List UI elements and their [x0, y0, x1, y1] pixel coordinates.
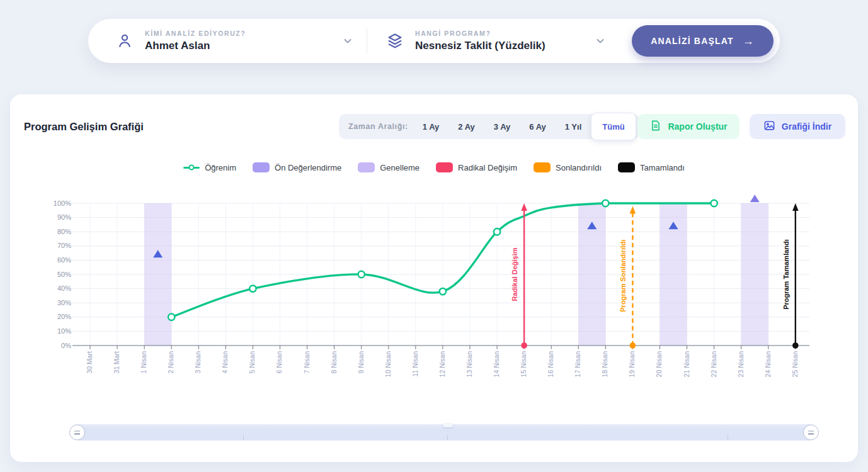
legend-item-label: Sonlandırıldı — [556, 163, 602, 172]
x-axis-label: 18 Nisan — [601, 351, 608, 378]
program-selector[interactable]: HANGİ PROGRAM? Nesnesiz Taklit (Yüzdelik… — [367, 19, 619, 63]
download-chart-button[interactable]: Grafiği İndir — [750, 114, 845, 139]
report-document-icon — [649, 120, 661, 133]
time-range-group: Zaman Aralığı: 1 Ay2 Ay3 Ay6 Ay1 YılTümü — [339, 114, 639, 139]
legend-item-label: Ön Değerlendirme — [275, 163, 341, 172]
image-icon — [763, 120, 775, 133]
x-axis-label: 11 Nisan — [411, 351, 419, 377]
x-axis-label: 31 Mart — [113, 351, 120, 374]
y-axis-label: 80% — [57, 228, 71, 235]
x-axis-label: 22 Nisan — [710, 351, 717, 378]
legend-item[interactable]: Genelleme — [358, 162, 420, 172]
legend-swatch-icon — [436, 162, 453, 172]
time-range-option-1-ay[interactable]: 1 Ay — [413, 114, 449, 139]
time-range-option-tümü[interactable]: Tümü — [591, 113, 636, 140]
legend-item-label: Tamamlandı — [640, 163, 685, 172]
legend-item-label: Öğrenim — [205, 163, 236, 172]
x-axis-label: 20 Nisan — [655, 351, 663, 378]
x-axis-label: 7 Nisan — [303, 351, 311, 374]
arrow-right-icon: → — [743, 35, 755, 48]
person-icon — [116, 32, 134, 50]
x-axis-label: 24 Nisan — [764, 351, 772, 378]
legend-item[interactable]: Radikal Değişim — [436, 162, 517, 172]
x-axis-label: 10 Nisan — [384, 351, 392, 378]
x-axis-label: 1 Nisan — [140, 351, 147, 374]
growth-chart-card: Program Gelişim Grafiği Zaman Aralığı: 1… — [10, 94, 858, 462]
learning-data-point[interactable] — [711, 200, 717, 206]
y-axis-label: 70% — [57, 242, 71, 249]
chevron-down-icon[interactable] — [595, 36, 605, 46]
y-axis-label: 40% — [57, 284, 71, 292]
x-axis-label: 23 Nisan — [737, 351, 745, 378]
scrollbar-left-handle[interactable] — [69, 425, 85, 441]
learning-data-point[interactable] — [602, 200, 608, 206]
create-report-button[interactable]: Rapor Oluştur — [637, 114, 740, 139]
annotation-arrowhead-icon — [521, 203, 527, 211]
scrollbar-tick — [447, 435, 448, 441]
download-chart-label: Grafiği İndir — [782, 121, 831, 132]
annotation-axis-dot — [521, 342, 527, 349]
y-axis-label: 60% — [57, 256, 71, 264]
annotation-label: Program Tamamlandı — [782, 239, 790, 310]
growth-chart-svg: 0%10%20%30%40%50%60%70%80%90%100%30 Mart… — [10, 189, 858, 384]
chart-legend: ÖğrenimÖn DeğerlendirmeGenellemeRadikal … — [10, 162, 858, 172]
x-axis-label: 4 Nisan — [221, 351, 229, 374]
y-axis-label: 50% — [57, 271, 71, 278]
x-axis-label: 16 Nisan — [547, 351, 554, 378]
scrollbar-notch — [443, 423, 453, 427]
scrollbar-tick — [728, 435, 728, 441]
x-axis-label: 13 Nisan — [465, 351, 473, 378]
learning-data-point[interactable] — [168, 314, 174, 320]
learning-data-point[interactable] — [494, 228, 500, 235]
legend-swatch-icon — [358, 162, 375, 172]
student-selector[interactable]: KİMİ ANALİZ EDİYORUZ? Ahmet Aslan — [116, 19, 367, 63]
chart-title: Program Gelişim Grafiği — [24, 121, 144, 133]
scrollbar-right-handle[interactable] — [803, 425, 819, 441]
legend-item[interactable]: Sonlandırıldı — [534, 162, 602, 172]
x-axis-label: 25 Nisan — [791, 351, 799, 378]
legend-item[interactable]: Öğrenim — [183, 163, 236, 172]
legend-item-label: Genelleme — [380, 163, 420, 172]
x-axis-label: 14 Nisan — [493, 351, 500, 378]
annotation-axis-dot — [630, 342, 636, 349]
learning-data-point[interactable] — [440, 288, 446, 295]
time-range-label: Zaman Aralığı: — [348, 122, 408, 131]
time-range-option-6-ay[interactable]: 6 Ay — [520, 114, 556, 139]
program-selector-label: HANGİ PROGRAM? — [415, 30, 545, 37]
annotation-label: Program Sonlandırıldı — [619, 240, 627, 312]
x-axis-label: 8 Nisan — [330, 351, 338, 374]
annotation-axis-dot — [792, 342, 799, 349]
y-axis-label: 100% — [54, 199, 71, 207]
learning-data-point[interactable] — [358, 271, 365, 278]
program-selector-value: Nesnesiz Taklit (Yüzdelik) — [415, 40, 545, 52]
x-axis-label: 6 Nisan — [275, 351, 283, 374]
legend-swatch-icon — [534, 162, 551, 172]
start-analysis-button[interactable]: ANALİZİ BAŞLAT → — [632, 25, 774, 57]
highlight-band — [144, 203, 171, 346]
learning-data-point[interactable] — [249, 285, 256, 291]
chevron-down-icon[interactable] — [343, 36, 353, 46]
legend-swatch-icon — [253, 162, 270, 172]
scrollbar-tick — [243, 435, 244, 441]
x-axis-label: 3 Nisan — [194, 351, 202, 374]
x-axis-label: 21 Nisan — [683, 351, 690, 378]
chart-zoom-scrollbar[interactable] — [77, 424, 811, 441]
y-axis-label: 90% — [57, 213, 71, 221]
layers-icon — [386, 32, 404, 50]
evaluation-triangle-marker[interactable] — [750, 194, 760, 202]
x-axis-label: 17 Nisan — [574, 351, 581, 378]
annotation-label: Radikal Değişim — [511, 247, 518, 301]
y-axis-label: 10% — [57, 327, 71, 335]
start-analysis-label: ANALİZİ BAŞLAT — [651, 36, 734, 46]
student-selector-value: Ahmet Aslan — [145, 40, 246, 52]
time-range-option-3-ay[interactable]: 3 Ay — [484, 114, 520, 139]
time-range-option-1-yıl[interactable]: 1 Yıl — [556, 114, 591, 139]
legend-item[interactable]: Ön Değerlendirme — [253, 162, 341, 172]
highlight-band — [741, 203, 768, 346]
x-axis-label: 19 Nisan — [628, 351, 636, 378]
annotation-arrowhead-icon — [792, 203, 799, 211]
time-range-option-2-ay[interactable]: 2 Ay — [448, 114, 484, 139]
legend-item[interactable]: Tamamlandı — [618, 162, 685, 172]
x-axis-label: 12 Nisan — [438, 351, 446, 378]
y-axis-label: 0% — [61, 342, 71, 349]
